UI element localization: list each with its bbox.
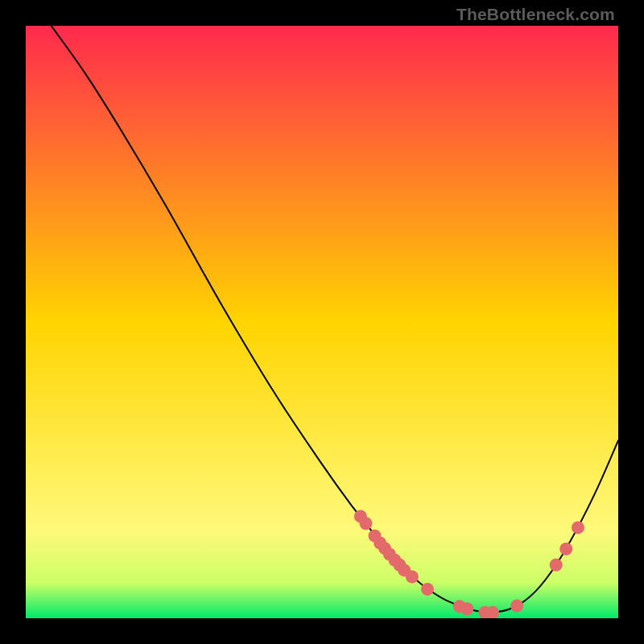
marker-dot <box>559 543 572 555</box>
chart-frame <box>26 26 618 618</box>
marker-dot <box>572 521 584 534</box>
watermark-text: TheBottleneck.com <box>456 5 615 24</box>
marker-dot <box>550 559 563 572</box>
marker-dot <box>486 606 499 618</box>
marker-dot <box>406 570 419 583</box>
chart-svg <box>26 26 618 618</box>
chart-background <box>26 26 618 618</box>
marker-dot <box>460 602 473 615</box>
marker-dot <box>421 583 434 596</box>
marker-dot <box>510 600 523 613</box>
marker-dot <box>359 517 372 530</box>
